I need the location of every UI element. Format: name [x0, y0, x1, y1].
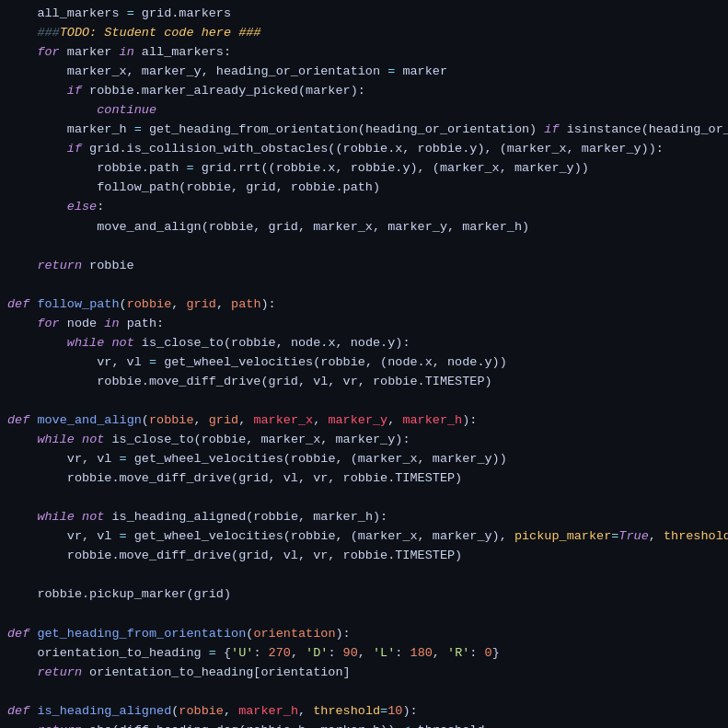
code-line-5: if robbie.marker_already_picked(marker):	[7, 81, 728, 100]
code-line-10: follow_path(robbie, grid, robbie.path)	[7, 178, 728, 197]
code-line-26	[7, 488, 728, 507]
code-line-12: move_and_align(robbie, grid, marker_x, m…	[7, 217, 728, 237]
code-line-38: return abs(diff_heading_deg(robbie.h, ma…	[7, 721, 728, 728]
code-line-23: while not is_close_to(robbie, marker_x, …	[7, 430, 728, 449]
code-line-36	[7, 682, 728, 701]
code-line-31: robbie.pickup_marker(grid)	[7, 584, 728, 604]
code-line-8: if grid.is_collision_with_obstacles((rob…	[7, 139, 728, 158]
code-line-18: while not is_close_to(robbie, node.x, no…	[7, 333, 728, 352]
code-line-6: continue	[7, 100, 728, 120]
code-line-30	[7, 565, 728, 584]
code-line-24: vr, vl = get_wheel_velocities(robbie, (m…	[7, 449, 728, 468]
code-line-33: def get_heading_from_orientation(orienta…	[7, 624, 728, 643]
code-line-13	[7, 237, 728, 256]
code-line-9: robbie.path = grid.rrt((robbie.x, robbie…	[7, 158, 728, 178]
code-line-29: robbie.move_diff_drive(grid, vl, vr, rob…	[7, 546, 728, 565]
code-line-25: robbie.move_diff_drive(grid, vl, vr, rob…	[7, 468, 728, 488]
code-line-15	[7, 275, 728, 295]
code-line-28: vr, vl = get_wheel_velocities(robbie, (m…	[7, 526, 728, 546]
code-line-11: else:	[7, 197, 728, 216]
code-editor: all_markers = grid.markers ###TODO: Stud…	[0, 0, 728, 728]
code-line-14: return robbie	[7, 256, 728, 275]
code-line-16: def follow_path(robbie, grid, path):	[7, 295, 728, 314]
code-line-34: orientation_to_heading = {'U': 270, 'D':…	[7, 643, 728, 663]
code-line-3: for marker in all_markers:	[7, 42, 728, 62]
code-line-21	[7, 391, 728, 410]
code-line-17: for node in path:	[7, 314, 728, 333]
code-line-27: while not is_heading_aligned(robbie, mar…	[7, 507, 728, 526]
code-line-4: marker_x, marker_y, heading_or_orientati…	[7, 62, 728, 81]
code-line-2: ###TODO: Student code here ###	[7, 23, 728, 42]
code-line-35: return orientation_to_heading[orientatio…	[7, 663, 728, 682]
code-line-22: def move_and_align(robbie, grid, marker_…	[7, 410, 728, 430]
code-line-37: def is_heading_aligned(robbie, marker_h,…	[7, 701, 728, 721]
code-line-1: all_markers = grid.markers	[7, 4, 728, 23]
code-line-32	[7, 604, 728, 623]
code-line-7: marker_h = get_heading_from_orientation(…	[7, 120, 728, 139]
code-line-19: vr, vl = get_wheel_velocities(robbie, (n…	[7, 352, 728, 372]
code-line-20: robbie.move_diff_drive(grid, vl, vr, rob…	[7, 372, 728, 391]
